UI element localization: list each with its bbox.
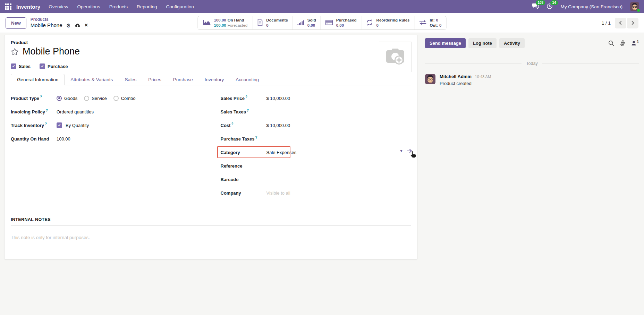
sales-price-value[interactable]: $ 10,000.00 xyxy=(266,96,290,101)
radio-service-input[interactable] xyxy=(84,96,89,101)
product-image-upload[interactable] xyxy=(379,42,412,72)
breadcrumb-products-link[interactable]: Products xyxy=(31,17,88,22)
app-name[interactable]: Inventory xyxy=(16,4,40,10)
stat-reordering-button[interactable]: Reordering Rules 0 xyxy=(362,16,415,29)
help-icon[interactable] xyxy=(245,95,247,99)
menu-reporting[interactable]: Reporting xyxy=(137,4,157,9)
new-button[interactable]: New xyxy=(6,17,26,29)
user-avatar[interactable] xyxy=(630,2,639,11)
quantity-on-hand-value[interactable]: 100.00 xyxy=(57,136,70,142)
stat-purchased-button[interactable]: Purchased 0.00 xyxy=(321,16,362,29)
breadcrumb: Products Mobile Phone ⚙ ✕ xyxy=(31,17,88,29)
menu-configuration[interactable]: Configuration xyxy=(166,4,194,9)
product-form-sheet: Product Mobile Phone Sales Purchase xyxy=(4,35,417,259)
stat-documents-button[interactable]: Documents 0 xyxy=(252,16,293,29)
send-message-button[interactable]: Send message xyxy=(425,38,466,48)
reordering-label: Reordering Rules xyxy=(376,18,410,23)
product-title[interactable]: Mobile Phone xyxy=(23,46,80,57)
company-placeholder[interactable]: Visible to all xyxy=(266,190,290,196)
log-note-button[interactable]: Log note xyxy=(468,38,497,48)
apps-grid-icon[interactable] xyxy=(5,3,11,10)
purchase-toggle-label: Purchase xyxy=(48,64,68,69)
radio-goods-input[interactable] xyxy=(57,96,62,101)
barcode-label: Barcode xyxy=(221,177,266,182)
search-messages-icon[interactable] xyxy=(608,40,614,46)
help-icon[interactable] xyxy=(255,136,257,139)
message-author[interactable]: Mitchell Admin xyxy=(440,74,472,79)
menu-overview[interactable]: Overview xyxy=(49,4,68,9)
help-icon[interactable] xyxy=(231,122,233,126)
invoicing-policy-value[interactable]: Ordered quantities xyxy=(57,109,94,114)
favorite-star-icon[interactable] xyxy=(11,48,19,56)
field-company: Company Visible to all xyxy=(221,188,411,197)
help-icon[interactable] xyxy=(45,122,47,126)
area-chart-icon xyxy=(203,19,211,27)
radio-goods[interactable]: Goods xyxy=(57,96,77,101)
breadcrumb-current: Mobile Phone xyxy=(31,22,62,29)
sales-toggle[interactable]: Sales xyxy=(11,63,31,69)
help-icon[interactable] xyxy=(247,109,249,112)
cost-value[interactable]: $ 10,000.00 xyxy=(266,123,290,128)
category-label: Category xyxy=(221,150,266,155)
menu-operations[interactable]: Operations xyxy=(77,4,100,9)
in-label: In: xyxy=(430,18,434,22)
field-sales-taxes: Sales Taxes xyxy=(221,107,411,116)
company-label: Company xyxy=(221,190,266,196)
radio-service[interactable]: Service xyxy=(84,96,107,101)
stat-in-out-button[interactable]: In:0 Out:0 xyxy=(414,16,446,29)
tab-purchase[interactable]: Purchase xyxy=(167,74,199,85)
track-inventory-checkbox[interactable] xyxy=(57,122,62,128)
sales-checkbox[interactable] xyxy=(11,63,16,69)
radio-combo[interactable]: Combo xyxy=(113,96,136,101)
purchase-checkbox[interactable] xyxy=(40,63,45,69)
stat-sold-button[interactable]: Sold 0.00 xyxy=(293,16,321,29)
field-cost: Cost $ 10,000.00 xyxy=(221,121,411,130)
mouse-cursor-hand xyxy=(410,151,417,160)
activities-button[interactable]: 14 xyxy=(546,3,553,10)
record-type-label: Product xyxy=(11,40,411,45)
radio-combo-input[interactable] xyxy=(113,96,119,101)
tab-inventory[interactable]: Inventory xyxy=(199,74,230,85)
menu-products[interactable]: Products xyxy=(109,4,128,9)
field-quantity-on-hand: Quantity On Hand 100.00 xyxy=(11,134,211,143)
form-left-column: Product Type Goods Service Combo Invoici… xyxy=(11,94,211,202)
invoicing-policy-label: Invoicing Policy xyxy=(11,109,57,114)
purchase-toggle[interactable]: Purchase xyxy=(40,63,68,69)
activities-badge: 14 xyxy=(550,0,558,5)
category-dropdown-caret-icon[interactable]: ▾ xyxy=(400,148,402,153)
pager-next-button[interactable] xyxy=(627,18,638,28)
help-icon[interactable] xyxy=(40,95,42,99)
followers-count: 1 xyxy=(637,40,639,44)
sales-price-label: Sales Price xyxy=(221,95,266,101)
tab-general-information[interactable]: General Information xyxy=(11,74,65,85)
tab-prices[interactable]: Prices xyxy=(142,74,167,85)
tab-accounting[interactable]: Accounting xyxy=(230,74,265,85)
track-inventory-value[interactable]: By Quantity xyxy=(66,123,89,128)
activity-button[interactable]: Activity xyxy=(499,38,525,48)
save-cloud-icon[interactable] xyxy=(75,23,80,28)
pager-count: 1 / 1 xyxy=(602,20,611,26)
field-sales-price: Sales Price $ 10,000.00 xyxy=(221,94,411,103)
messages-button[interactable]: 103 xyxy=(532,3,539,10)
gear-icon[interactable]: ⚙ xyxy=(66,23,71,28)
help-icon[interactable] xyxy=(46,109,48,112)
main-menu: Overview Operations Products Reporting C… xyxy=(49,4,194,9)
category-value[interactable]: Sale Expenses xyxy=(266,150,297,155)
followers-button[interactable]: 1 xyxy=(631,41,639,46)
tab-attributes-variants[interactable]: Attributes & Variants xyxy=(65,74,119,85)
attachment-paperclip-icon[interactable] xyxy=(620,40,625,46)
on-hand-value: 100.00 xyxy=(214,18,226,22)
main-content: Product Mobile Phone Sales Purchase xyxy=(0,33,644,315)
chatter-panel: Send message Log note Activity 1 Today xyxy=(425,38,639,86)
stat-on-hand-button[interactable]: 100.00On Hand 100.00Forecasted xyxy=(198,16,253,29)
company-switcher[interactable]: My Company (San Francisco) xyxy=(560,4,622,9)
field-barcode: Barcode xyxy=(221,175,411,184)
chevron-right-icon xyxy=(630,21,634,25)
bar-chart-icon xyxy=(297,19,304,27)
camera-plus-icon xyxy=(384,48,406,67)
discard-close-icon[interactable]: ✕ xyxy=(84,23,88,28)
internal-notes-placeholder[interactable]: This note is only for internal purposes. xyxy=(11,235,411,240)
message-author-avatar[interactable] xyxy=(425,74,435,84)
pager-previous-button[interactable] xyxy=(615,18,626,28)
tab-sales[interactable]: Sales xyxy=(119,74,142,85)
